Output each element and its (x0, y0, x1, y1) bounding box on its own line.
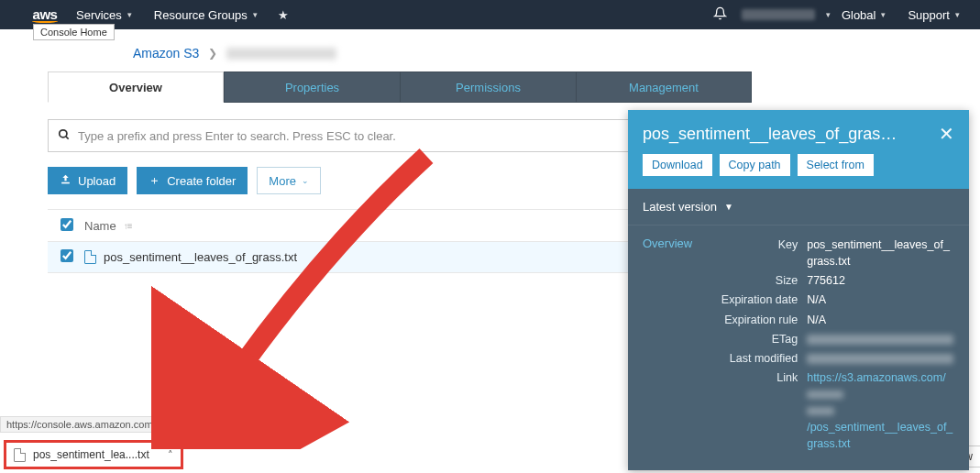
pin-icon[interactable]: ★ (269, 8, 298, 22)
breadcrumb-s3[interactable]: Amazon S3 (133, 46, 199, 60)
top-nav: aws Services ▾ Resource Groups ▾ ★ ▾ Glo… (0, 0, 980, 29)
details-header: pos_sentiment__leaves_of_gras… ✕ Downloa… (628, 110, 969, 189)
nav-services[interactable]: Services ▾ (65, 8, 143, 22)
tab-properties[interactable]: Properties (224, 72, 400, 103)
tabs: Overview Properties Permissions Manageme… (48, 72, 980, 103)
aws-logo[interactable]: aws (32, 6, 58, 23)
caret-down-icon: ▾ (955, 10, 960, 19)
caret-down-icon: ▾ (826, 10, 831, 19)
kv-size-value: 775612 (807, 272, 954, 289)
account-name-blurred[interactable] (742, 9, 815, 20)
select-from-button[interactable]: Select from (798, 154, 874, 176)
kv-etag-label: ETag (710, 331, 807, 347)
breadcrumb-bucket-blurred[interactable] (226, 48, 336, 60)
kv-expdate-label: Expiration date (710, 292, 807, 308)
caret-down-icon: ▾ (127, 10, 132, 19)
kv-etag-value (807, 331, 954, 347)
breadcrumb: Amazon S3 ❯ (0, 29, 980, 72)
caret-down-icon: ▾ (881, 10, 886, 19)
nav-region-label: Global (842, 8, 876, 22)
kv-link-label: Link (710, 369, 807, 453)
download-chip-label: pos_sentiment_lea....txt (33, 448, 149, 461)
kv-exprule-label: Expiration rule (710, 312, 807, 328)
aws-smile-icon (32, 19, 58, 23)
close-icon[interactable]: ✕ (930, 123, 954, 145)
nav-resource-groups-label: Resource Groups (154, 8, 248, 22)
upload-button[interactable]: Upload (48, 167, 127, 194)
kv-key-value: pos_sentiment__leaves_of_grass.txt (807, 236, 954, 270)
plus-icon: ＋ (149, 172, 160, 189)
chevron-up-icon[interactable]: ˄ (168, 449, 173, 461)
tab-permissions[interactable]: Permissions (400, 72, 576, 103)
version-selector[interactable]: Latest version ▼ (628, 189, 969, 226)
svg-point-0 (60, 129, 67, 137)
object-details-panel: pos_sentiment__leaves_of_gras… ✕ Downloa… (628, 110, 969, 470)
kv-exprule-value: N/A (807, 312, 954, 328)
sort-icon[interactable]: ↑≡ (124, 221, 132, 231)
svg-rect-2 (61, 182, 70, 184)
search-icon (58, 128, 71, 144)
download-chip[interactable]: pos_sentiment_lea....txt ˄ (4, 440, 183, 469)
create-folder-label: Create folder (167, 174, 236, 188)
console-home-tooltip: Console Home (33, 24, 115, 40)
caret-down-icon: ▾ (253, 10, 258, 19)
nav-support[interactable]: Support ▾ (897, 8, 971, 22)
svg-line-1 (66, 136, 69, 138)
col-name-label[interactable]: Name (84, 219, 116, 233)
upload-label: Upload (78, 174, 116, 188)
overview-section-label: Overview (643, 236, 692, 250)
file-icon (84, 250, 96, 264)
nav-region[interactable]: Global ▾ (831, 8, 897, 22)
nav-services-label: Services (76, 8, 122, 22)
details-body: Overview Keypos_sentiment__leaves_of_gra… (628, 226, 969, 470)
file-name[interactable]: pos_sentiment__leaves_of_grass.txt (104, 250, 297, 264)
kv-size-label: Size (710, 272, 807, 289)
caret-down-icon: ⌄ (302, 176, 309, 185)
download-button[interactable]: Download (643, 154, 712, 176)
status-url: https://console.aws.amazon.com/console/h… (0, 416, 306, 433)
create-folder-button[interactable]: ＋ Create folder (137, 167, 248, 194)
kv-key-label: Key (710, 236, 807, 270)
file-icon (14, 448, 26, 462)
kv-lm-label: Last modified (710, 350, 807, 367)
details-title: pos_sentiment__leaves_of_gras… (643, 125, 930, 144)
more-label: More (269, 174, 296, 188)
more-button[interactable]: More ⌄ (257, 167, 321, 194)
upload-icon (60, 173, 72, 188)
copy-path-button[interactable]: Copy path (720, 154, 790, 176)
tab-overview[interactable]: Overview (48, 72, 224, 103)
tab-management[interactable]: Management (576, 72, 752, 103)
select-all-checkbox[interactable] (61, 218, 73, 231)
bell-icon[interactable] (704, 6, 736, 23)
breadcrumb-separator-icon: ❯ (208, 47, 217, 60)
kv-lm-value (807, 350, 954, 367)
nav-resource-groups[interactable]: Resource Groups ▾ (143, 8, 269, 22)
row-checkbox[interactable] (61, 249, 73, 262)
kv-link-value[interactable]: https://s3.amazonaws.com//pos_sentiment_… (807, 369, 954, 453)
kv-expdate-value: N/A (807, 292, 954, 308)
version-label: Latest version (643, 200, 717, 214)
caret-down-icon: ▼ (724, 202, 733, 212)
nav-support-label: Support (908, 8, 950, 22)
